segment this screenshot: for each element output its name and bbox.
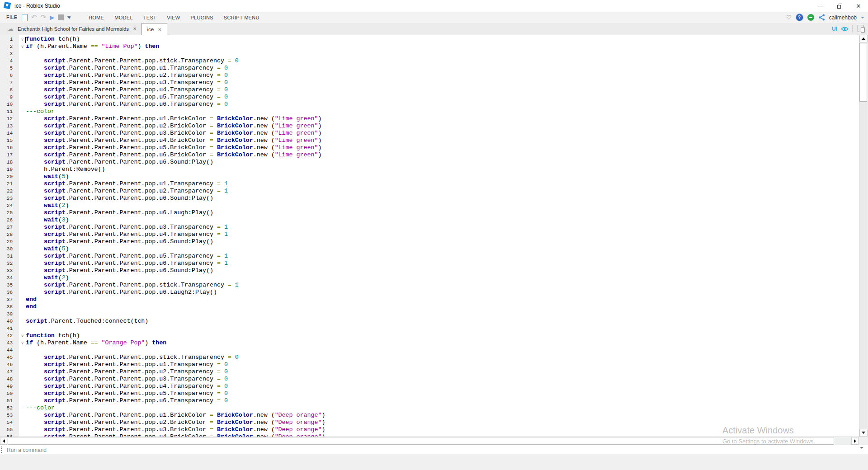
command-bar-grip[interactable] [1, 446, 2, 453]
code-line[interactable]: 12 script.Parent.Parent.Parent.pop.u1.Br… [0, 115, 859, 122]
code-line[interactable]: 13 script.Parent.Parent.Parent.pop.u2.Br… [0, 122, 859, 130]
code-line[interactable]: 33 script.Parent.Parent.Parent.pop.u6.So… [0, 267, 859, 274]
code-line[interactable]: 19 h.Parent:Remove() [0, 166, 859, 173]
file-menu[interactable]: FILE [6, 14, 17, 20]
code-line[interactable]: 49 script.Parent.Parent.Parent.pop.u4.Tr… [0, 383, 859, 390]
menu-item-plugins[interactable]: PLUGINS [190, 15, 213, 20]
code-line[interactable]: 46 script.Parent.Parent.Parent.pop.u1.Tr… [0, 361, 859, 368]
vertical-scrollbar[interactable] [859, 35, 868, 437]
code-line[interactable]: 50 script.Parent.Parent.Parent.pop.u5.Tr… [0, 390, 859, 397]
code-line[interactable]: 9 script.Parent.Parent.Parent.pop.u5.Tra… [0, 94, 859, 101]
code-line[interactable]: 40script.Parent.Touched:connect(tch) [0, 318, 859, 325]
code-line[interactable]: 44 [0, 347, 859, 354]
close-button[interactable]: ✕ [849, 0, 868, 12]
menu-item-view[interactable]: VIEW [167, 15, 180, 20]
menu-item-test[interactable]: TEST [143, 15, 156, 20]
code-line[interactable]: 34 wait(2) [0, 274, 859, 282]
play-icon[interactable]: ▶ [50, 14, 54, 21]
status-icon[interactable] [807, 14, 814, 21]
new-file-icon[interactable] [22, 14, 28, 21]
ui-visibility-label[interactable]: UI [832, 26, 837, 32]
code-line[interactable]: 41 [0, 325, 859, 332]
code-line[interactable]: 38end [0, 303, 859, 310]
fold-arrow-icon[interactable]: ∨ [19, 43, 25, 50]
code-line[interactable]: 43∨if (h.Parent.Name == "Orange Pop") th… [0, 339, 859, 347]
device-emulator-icon[interactable] [856, 25, 865, 33]
eye-icon[interactable] [841, 26, 849, 32]
tab-ice[interactable]: ice✕ [142, 23, 167, 35]
code-line[interactable]: 31 script.Parent.Parent.Parent.pop.u5.Tr… [0, 253, 859, 260]
code-line[interactable]: 14 script.Parent.Parent.Parent.pop.u3.Br… [0, 130, 859, 137]
code-line[interactable]: 4 script.Parent.Parent.Parent.pop.stick.… [0, 57, 859, 65]
code-line[interactable]: 55 script.Parent.Parent.Parent.pop.u3.Br… [0, 426, 859, 433]
scroll-right-button[interactable] [851, 437, 859, 445]
code-line[interactable]: 8 script.Parent.Parent.Parent.pop.u4.Tra… [0, 86, 859, 94]
code-line[interactable]: 35 script.Parent.Parent.Parent.pop.stick… [0, 282, 859, 289]
code-line[interactable]: 23 script.Parent.Parent.Parent.pop.u6.So… [0, 195, 859, 202]
code-line[interactable]: 47 script.Parent.Parent.Parent.pop.u2.Tr… [0, 368, 859, 376]
code-line[interactable]: 25 script.Parent.Parent.Parent.pop.u6.La… [0, 209, 859, 216]
code-line[interactable]: 29 script.Parent.Parent.Parent.pop.u6.So… [0, 238, 859, 245]
code-line[interactable]: 5 script.Parent.Parent.Parent.pop.u1.Tra… [0, 65, 859, 72]
code-line[interactable]: 26 wait(3) [0, 216, 859, 224]
account-name[interactable]: callmehbob [829, 14, 857, 21]
code-line[interactable]: 28 script.Parent.Parent.Parent.pop.u4.Tr… [0, 231, 859, 238]
code-line[interactable]: 3 [0, 50, 859, 57]
toolbar-dropdown-icon[interactable] [67, 16, 71, 19]
code-line[interactable]: 17 script.Parent.Parent.Parent.pop.u6.Br… [0, 151, 859, 159]
code-line[interactable]: 7 script.Parent.Parent.Parent.pop.u3.Tra… [0, 79, 859, 86]
account-dropdown-icon[interactable] [861, 17, 864, 19]
tab-close-icon[interactable]: ✕ [158, 27, 161, 32]
restore-button[interactable] [830, 0, 849, 12]
code-line[interactable]: 36 script.Parent.Parent.Parent.pop.u6.La… [0, 289, 859, 296]
code-line[interactable]: 20 wait(5) [0, 173, 859, 180]
code-line[interactable]: 48 script.Parent.Parent.Parent.pop.u3.Tr… [0, 376, 859, 383]
menu-item-home[interactable]: HOME [89, 15, 104, 20]
undo-icon[interactable]: ↶ [31, 14, 37, 21]
code-line[interactable]: 11---color [0, 108, 859, 115]
horizontal-scrollbar[interactable] [0, 437, 859, 445]
code-line[interactable]: 15 script.Parent.Parent.Parent.pop.u4.Br… [0, 137, 859, 144]
code-line[interactable]: 10 script.Parent.Parent.Parent.pop.u6.Tr… [0, 101, 859, 108]
stop-icon[interactable] [58, 14, 64, 20]
code-line[interactable]: 24 wait(2) [0, 202, 859, 209]
horizontal-scrollbar-thumb[interactable] [8, 437, 834, 445]
code-line[interactable]: 32 script.Parent.Parent.Parent.pop.u6.Tr… [0, 260, 859, 267]
fold-arrow-icon[interactable]: ∨ [19, 332, 25, 339]
code-line[interactable]: 54 script.Parent.Parent.Parent.pop.u2.Br… [0, 419, 859, 426]
redo-icon[interactable]: ↷ [41, 14, 47, 21]
scroll-down-button[interactable] [859, 429, 868, 437]
tab-close-icon[interactable]: ✕ [133, 26, 137, 31]
scroll-up-button[interactable] [859, 35, 868, 42]
code-line[interactable]: 45 script.Parent.Parent.Parent.pop.stick… [0, 354, 859, 361]
tab-enchantix[interactable]: ☁Enchantix High School for Fairies and M… [3, 23, 142, 34]
code-line[interactable]: 22 script.Parent.Parent.Parent.pop.u2.Tr… [0, 188, 859, 195]
code-line[interactable]: 30 wait(5) [0, 245, 859, 253]
help-icon[interactable]: ? [796, 14, 803, 21]
fold-arrow-icon[interactable]: ∨ [19, 36, 25, 43]
scroll-left-button[interactable] [0, 437, 7, 445]
menu-item-script-menu[interactable]: SCRIPT MENU [224, 15, 259, 20]
menu-item-model[interactable]: MODEL [114, 15, 133, 20]
code-line[interactable]: 39 [0, 310, 859, 318]
code-line[interactable]: 53 script.Parent.Parent.Parent.pop.u1.Br… [0, 412, 859, 419]
script-editor[interactable]: 1∨function tch(h)2∨if (h.Parent.Name == … [0, 35, 859, 437]
code-line[interactable]: 21 script.Parent.Parent.Parent.pop.u1.Tr… [0, 180, 859, 188]
code-line[interactable]: 51 script.Parent.Parent.Parent.pop.u6.Tr… [0, 397, 859, 404]
code-line[interactable]: 27 script.Parent.Parent.Parent.pop.u3.Tr… [0, 224, 859, 231]
code-line[interactable]: 42∨function tch(h) [0, 332, 859, 339]
code-line[interactable]: 6 script.Parent.Parent.Parent.pop.u2.Tra… [0, 72, 859, 79]
share-icon[interactable] [818, 14, 825, 21]
code-line[interactable]: 2∨if (h.Parent.Name == "Lime Pop") then [0, 43, 859, 50]
code-line[interactable]: 1∨function tch(h) [0, 36, 859, 43]
vertical-scrollbar-thumb[interactable] [859, 43, 867, 102]
code-line[interactable]: 56 script.Parent.Parent.Parent.pop.u4.Br… [0, 433, 859, 437]
fold-arrow-icon[interactable]: ∨ [19, 339, 25, 347]
command-input[interactable] [6, 445, 849, 455]
code-line[interactable]: 18 script.Parent.Parent.Parent.pop.u6.So… [0, 159, 859, 166]
heart-icon[interactable]: ♡ [786, 14, 792, 21]
code-line[interactable]: 52---color [0, 404, 859, 412]
code-line[interactable]: 37end [0, 296, 859, 303]
code-line[interactable]: 16 script.Parent.Parent.Parent.pop.u5.Br… [0, 144, 859, 151]
minimize-button[interactable] [811, 0, 830, 12]
